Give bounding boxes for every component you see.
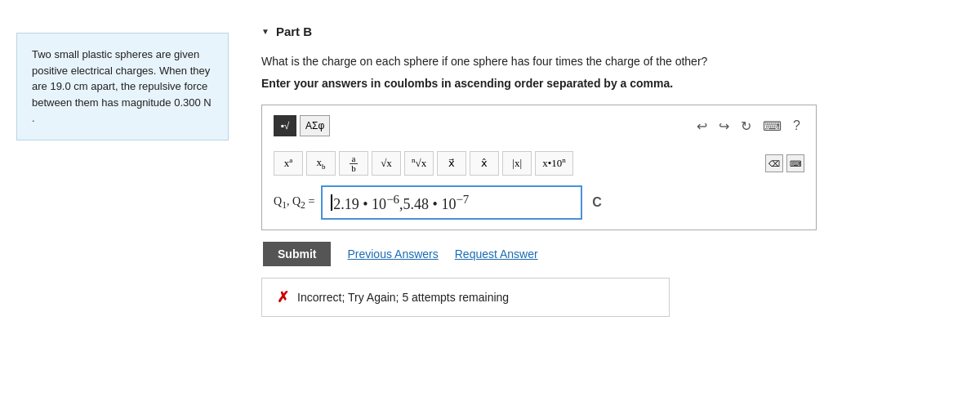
undo-button[interactable]: ↩ (693, 117, 711, 136)
sidebar-problem-statement: Two small plastic spheres are given posi… (16, 33, 229, 140)
nth-root-label: n√x (412, 156, 426, 170)
vector-button[interactable]: x⃗ (437, 151, 466, 176)
math-input-field[interactable]: 2.19 • 10−6,5.48 • 10−7 (321, 185, 582, 220)
toolbar-row: ▪√ AΣφ ↩ ↪ ↻ ⌨ (274, 115, 804, 143)
request-answer-label: Request Answer (455, 247, 538, 261)
fraction-icon: a b (349, 154, 359, 173)
cursor (331, 194, 332, 211)
previous-answers-button[interactable]: Previous Answers (347, 247, 438, 261)
symbol-row-right: ⌫ ⌨ (765, 154, 804, 172)
delete-button[interactable]: ⌫ (765, 154, 783, 172)
keyboard-small-button[interactable]: ⌨ (786, 154, 804, 172)
redo-button[interactable]: ↪ (715, 117, 733, 136)
vector-label: x⃗ (448, 157, 455, 170)
math-input-container: ▪√ AΣφ ↩ ↪ ↻ ⌨ (261, 105, 817, 230)
error-icon: ✗ (277, 288, 289, 306)
keyboard-button[interactable]: ⌨ (759, 117, 786, 136)
part-title: Part B (276, 25, 312, 38)
greek-button[interactable]: AΣφ (300, 115, 330, 136)
help-button[interactable]: ? (789, 117, 804, 135)
request-answer-button[interactable]: Request Answer (455, 247, 538, 261)
sci-notation-label: x•10n (542, 156, 566, 170)
math-value: 2.19 • 10−6,5.48 • 10−7 (333, 193, 469, 213)
sqrt-label: √x (381, 157, 392, 170)
hat-label: x̂ (481, 157, 488, 170)
refresh-button[interactable]: ↻ (737, 117, 755, 136)
redo-icon: ↪ (719, 118, 729, 134)
instruction-text: Enter your answers in coulombs in ascend… (261, 77, 956, 90)
greek-label: AΣφ (305, 120, 324, 131)
superscript-button[interactable]: xa (274, 151, 303, 176)
action-row: Submit Previous Answers Request Answer (263, 242, 956, 266)
fraction-button[interactable]: a b (339, 151, 368, 176)
part-collapse-arrow[interactable]: ▼ (261, 27, 270, 36)
blocks-button[interactable]: ▪√ (274, 115, 296, 136)
problem-text: Two small plastic spheres are given posi… (32, 48, 212, 124)
submit-button[interactable]: Submit (263, 242, 331, 266)
subscript-label: xb (317, 156, 326, 171)
part-header: ▼ Part B (261, 25, 956, 38)
input-row: Q1, Q2 = 2.19 • 10−6,5.48 • 10−7 C (274, 185, 804, 220)
refresh-icon: ↻ (741, 118, 751, 134)
abs-button[interactable]: |x| (502, 151, 532, 176)
keyboard-icon: ⌨ (763, 118, 782, 134)
superscript-label: xa (284, 156, 293, 170)
undo-icon: ↩ (697, 118, 707, 134)
symbols-row: xa xb a b √x n√x x⃗ (274, 151, 804, 176)
error-text: Incorrect; Try Again; 5 attempts remaini… (297, 291, 509, 304)
help-icon: ? (793, 118, 800, 133)
sqrt-icon-toolbar: √ (284, 120, 290, 131)
delete-icon: ⌫ (768, 159, 780, 168)
submit-label: Submit (278, 247, 316, 261)
clear-label: C (592, 195, 602, 209)
nth-root-button[interactable]: n√x (404, 151, 434, 176)
subscript-button[interactable]: xb (306, 151, 336, 176)
input-label: Q1, Q2 = (274, 195, 314, 211)
keyboard-small-icon: ⌨ (790, 159, 801, 168)
sci-notation-button[interactable]: x•10n (535, 151, 573, 176)
question-text: What is the charge on each sphere if one… (261, 53, 956, 70)
clear-button[interactable]: C (589, 195, 605, 210)
previous-answers-label: Previous Answers (347, 247, 438, 261)
hat-button[interactable]: x̂ (470, 151, 499, 176)
abs-label: |x| (512, 157, 522, 170)
main-content: ▼ Part B What is the charge on each sphe… (229, 16, 980, 394)
sqrt-button[interactable]: √x (372, 151, 401, 176)
error-box: ✗ Incorrect; Try Again; 5 attempts remai… (261, 278, 670, 317)
toolbar-right: ↩ ↪ ↻ ⌨ ? (693, 117, 804, 136)
